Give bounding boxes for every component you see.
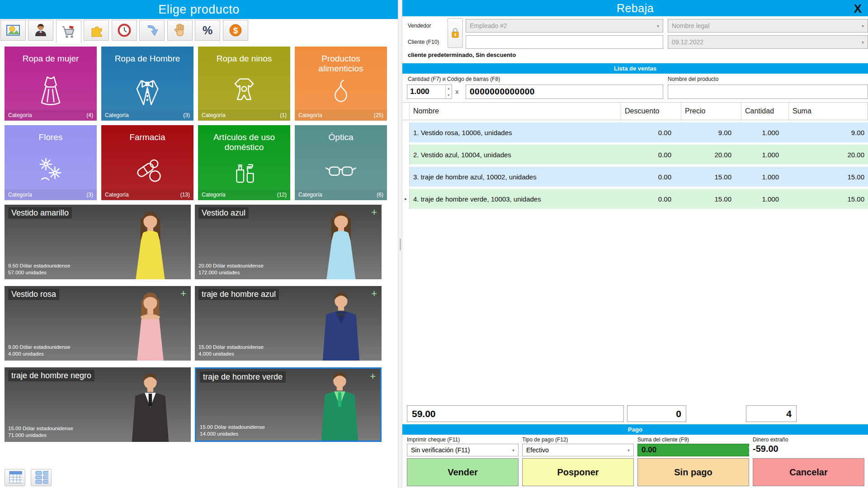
splitter-grip (400, 239, 401, 250)
lista-de-ventas-header: Lista de ventas (402, 63, 868, 74)
person-icon (33, 23, 48, 38)
pictures-tab-button[interactable] (0, 20, 26, 41)
suma-del-cliente-input[interactable]: ▲▼ (637, 444, 749, 456)
quantity-stepper[interactable]: ▲▼ (407, 84, 452, 99)
chevron-down-icon: ▾ (627, 448, 630, 453)
cliente-input[interactable] (466, 35, 663, 49)
category-tile-ropa-de-hombre[interactable]: Ropa de Hombre Categoría(3) (101, 47, 193, 121)
chevron-down-icon: ▾ (657, 23, 659, 28)
customer-amount-input[interactable] (638, 444, 748, 456)
amount-spinner[interactable]: ▲▼ (748, 444, 751, 456)
close-button[interactable]: X (851, 1, 864, 16)
table-row[interactable]: ▸ 4. traje de hombre verde, 10003, unida… (402, 189, 868, 209)
plugins-tab-button[interactable] (84, 20, 109, 41)
sin-pago-button[interactable]: Sin pago (637, 458, 749, 486)
product-tile-traje-negro[interactable]: traje de hombre negro 15.00 Dólar estado… (5, 367, 191, 442)
posponer-button[interactable]: Posponer (522, 458, 634, 486)
lock-button[interactable] (448, 18, 463, 48)
table-row[interactable]: 3. traje de hombre azul, 10002, unidades… (402, 167, 868, 187)
product-tile-traje-azul[interactable]: traje de hombre azul + 15.00 Dólar estad… (195, 286, 382, 361)
quantity-spinner[interactable]: ▲▼ (445, 85, 452, 99)
discount-tab-button[interactable]: % (195, 20, 220, 41)
sale-tab-button[interactable] (56, 20, 81, 43)
category-tile-productos-alimenticios[interactable]: Productos alimenticios Categoría(25) (295, 47, 387, 121)
tipo-de-pago-select[interactable]: Efectivo▾ (522, 444, 634, 456)
tiles-view-button[interactable] (31, 469, 52, 486)
time-tab-button[interactable] (112, 20, 137, 41)
category-kind: Categoría (202, 192, 226, 198)
product-tile-vestido-rosa[interactable]: Vestido rosa + 9.00 Dólar estadounidense… (5, 286, 191, 361)
category-tile-articulos-domesticos[interactable]: Artículos de uso doméstico Categoría(12) (198, 125, 290, 200)
category-tile-ropa-de-ninos[interactable]: Ropa de ninos Categoría(1) (198, 47, 290, 121)
sales-table: Nombre Descuento Precio Cantidad Suma 1.… (402, 102, 868, 209)
spin-up-icon[interactable]: ▲ (446, 85, 452, 92)
product-tile-traje-verde[interactable]: traje de hombre verde + 15.00 Dólar esta… (195, 367, 382, 442)
left-panel-title: Elige producto (0, 0, 398, 19)
spin-up-icon[interactable]: ▲ (748, 444, 751, 450)
money-tab-button[interactable]: $ (223, 20, 248, 41)
quantity-input[interactable] (407, 85, 445, 99)
spin-down-icon[interactable]: ▼ (446, 92, 452, 99)
add-icon[interactable]: + (371, 288, 377, 300)
cancelar-button[interactable]: Cancelar (753, 458, 864, 486)
suma-del-cliente-label: Suma del cliente (F9) (637, 436, 689, 443)
category-label: Ropa de mujer (5, 47, 97, 64)
category-label: Artículos de uso doméstico (198, 125, 290, 152)
product-name: traje de hombre azul (198, 289, 279, 300)
add-icon[interactable]: + (371, 206, 377, 218)
dinero-extrano-label: Dinero extraño (753, 436, 788, 443)
category-kind: Categoría (8, 112, 32, 118)
table-view-button[interactable] (5, 469, 25, 486)
employee-tab-button[interactable] (28, 20, 53, 41)
imprimir-cheque-label: Imprimir cheque (F11) (407, 436, 460, 443)
column-precio[interactable]: Precio (681, 103, 741, 120)
product-name: Vestido azul (198, 207, 249, 219)
category-tile-ropa-de-mujer[interactable]: Ropa de mujer Categoría(4) (5, 47, 97, 121)
category-grid: Ropa de mujer Categoría(4) Ropa de Hombr… (5, 47, 387, 200)
category-label: Ropa de ninos (198, 47, 290, 64)
add-icon[interactable]: + (370, 371, 376, 382)
product-name-input[interactable] (668, 84, 868, 99)
sale-title: Rebaja (617, 2, 654, 15)
tiles-view-icon (34, 469, 48, 486)
right-panel-title: Rebaja X (402, 0, 868, 16)
product-photo (312, 370, 368, 441)
nombre-legal-select[interactable]: Nombre legal▾ (668, 19, 868, 33)
column-cantidad[interactable]: Cantidad (741, 103, 789, 120)
barcode-input[interactable] (466, 84, 663, 99)
column-suma[interactable]: Suma (789, 103, 868, 120)
clock-icon (117, 23, 132, 38)
return-tab-button[interactable] (139, 20, 165, 41)
category-tile-optica[interactable]: Óptica Categoría(6) (295, 125, 387, 200)
category-tile-flores[interactable]: Flores Categoría(3) (5, 125, 97, 200)
cleaning-icon (198, 155, 290, 188)
product-photo (313, 209, 369, 279)
total-discount-display: 0 (627, 405, 686, 422)
imprimir-cheque-select[interactable]: Sin verificación (F11)▾ (407, 444, 519, 456)
column-descuento[interactable]: Descuento (621, 103, 681, 120)
add-icon[interactable]: + (180, 288, 186, 300)
product-info: 9.00 Dólar estadounidense4.000 unidades (8, 344, 70, 358)
hold-tab-button[interactable] (167, 20, 193, 41)
product-name: traje de hombre verde (200, 371, 286, 383)
product-grid: Vestido amarillo 9.50 Dólar estadouniden… (5, 205, 382, 442)
picture-icon (5, 23, 21, 38)
table-row[interactable]: 2. Vestido azul, 10004, unidades 0.00 20… (402, 145, 868, 164)
vendedor-select[interactable]: Empleado #2▾ (466, 19, 663, 33)
active-row-marker (402, 167, 410, 187)
category-tile-farmacia[interactable]: Farmacia Categoría(13) (101, 125, 193, 200)
fecha-select[interactable]: 09.12.2022▾ (668, 35, 868, 49)
product-tile-vestido-azul[interactable]: Vestido azul + 20.00 Dólar estadounidens… (195, 205, 382, 279)
category-label: Flores (5, 125, 97, 142)
active-row-marker: ▸ (402, 189, 410, 209)
category-count: (3) (86, 192, 93, 198)
column-nombre[interactable]: Nombre (410, 103, 621, 120)
table-row[interactable]: 1. Vestido rosa, 10006, unidades 0.00 9.… (402, 122, 868, 142)
panel-splitter[interactable] (398, 0, 402, 488)
vender-button[interactable]: Vender (407, 458, 519, 486)
spin-down-icon[interactable]: ▼ (748, 450, 751, 456)
category-kind: Categoría (8, 192, 32, 198)
category-label: Óptica (295, 125, 387, 142)
total-items-display: 4 (746, 405, 797, 422)
product-tile-vestido-amarillo[interactable]: Vestido amarillo 9.50 Dólar estadouniden… (5, 205, 191, 279)
